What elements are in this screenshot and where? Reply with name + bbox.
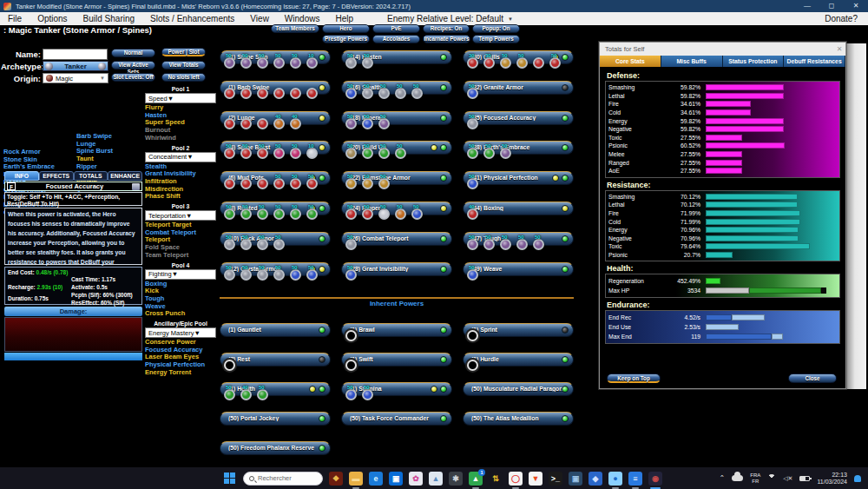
power-row-quills[interactable]: (30) Quills3030505050 (463, 50, 574, 64)
enhancement-slot[interactable] (224, 118, 235, 129)
power-row-brimstone-armor[interactable]: (22) Brimstone Armor501050 (341, 171, 452, 185)
clock[interactable]: 22:1311/03/2024 (817, 472, 847, 486)
enhancement-slot[interactable]: 50 (345, 389, 357, 400)
enhancement-slot[interactable]: 50 (411, 208, 423, 220)
enhancement-slot[interactable]: 50 (273, 178, 285, 189)
power-row-barb-swipe[interactable]: (1) Barb Swipe (220, 81, 331, 95)
enhancement-slot[interactable]: 50 (306, 178, 318, 189)
power-pill[interactable]: (1) Gauntlet (220, 323, 331, 337)
enhancement-slot[interactable] (273, 88, 285, 99)
power-pill[interactable]: (41) Physical Perfection (463, 171, 574, 185)
enhancement-slot[interactable]: 50 (362, 88, 373, 99)
power-pill[interactable]: (50) The Atlas Medallion (463, 412, 574, 426)
power-row-musculature-radial-paragon[interactable]: (50) Musculature Radial Paragon (463, 382, 574, 396)
menu-item-help[interactable]: Help (327, 12, 361, 25)
enhancement-slot[interactable]: 50 (516, 57, 528, 69)
archetype-selector[interactable]: Tanker (43, 61, 108, 71)
power-row-grant-invisibility[interactable]: (28) Grant Invisibility50 (341, 262, 452, 276)
power-list-item-cross-punch[interactable]: Cross Punch (145, 310, 216, 318)
enhancement-slot[interactable]: 50 (395, 208, 406, 220)
enhancement-slot[interactable]: 50 (467, 178, 478, 189)
enhancement-slot[interactable] (306, 88, 318, 99)
power-row-minerals[interactable]: (18) Minerals505050 (341, 111, 452, 125)
enhancement-slot[interactable]: 50 (290, 178, 301, 189)
header-button-popup-on[interactable]: Popup: On (472, 24, 520, 33)
enhancement-slot[interactable]: 50 (345, 208, 357, 220)
enhancement-slot[interactable]: 50 (516, 239, 528, 250)
power-pill[interactable]: (50) Portal Jockey (220, 412, 331, 426)
info-tab-effects[interactable]: EFFECTS (39, 171, 74, 181)
enhancement-slot[interactable]: 50 (345, 57, 357, 69)
archetype-next-icon[interactable] (98, 63, 106, 70)
power-row-stealth[interactable]: (16) Stealth5050505050 (341, 81, 452, 95)
enhancement-slot[interactable]: 50 (306, 208, 318, 220)
no-slots-left-button[interactable]: No slots left (161, 73, 206, 82)
battery-icon[interactable] (799, 476, 810, 481)
power-row-combat-teleport[interactable]: (26) Combat Teleport50 (341, 232, 452, 246)
power-list-item-energy-torrent[interactable]: Energy Torrent (145, 369, 216, 377)
settings-gear-icon[interactable]: ✱ (449, 472, 463, 486)
power-pill[interactable]: (44) Boxing (463, 202, 574, 215)
menu-item-view[interactable]: View (242, 12, 277, 25)
totals-tab-misc-buffs[interactable]: Misc Buffs (661, 56, 723, 67)
enhancement-slot[interactable]: 50 (240, 239, 252, 250)
enhancement-slot[interactable]: 50 (257, 239, 268, 250)
opera-icon[interactable]: ◯ (509, 472, 523, 486)
enhancement-slot[interactable]: 50 (290, 208, 301, 220)
info-tab-totals[interactable]: TOTALS (74, 171, 108, 181)
enhancement-slot[interactable]: 50 (224, 269, 235, 281)
enhancement-slot[interactable]: 50 (362, 389, 373, 400)
power-row-hurdle[interactable]: (1) Hurdle (463, 353, 574, 367)
info-tab-info[interactable]: INFO (4, 171, 39, 181)
enhancement-slot[interactable] (257, 88, 268, 99)
enhancement-slot[interactable]: 50 (224, 239, 235, 250)
keep-on-top-button[interactable]: Keep on Top (607, 373, 661, 383)
language-indicator[interactable]: FRAFR (750, 472, 760, 484)
enhancement-slot[interactable]: 50 (467, 239, 478, 250)
enhancement-slot[interactable] (240, 178, 252, 189)
enhancement-slot[interactable] (467, 360, 478, 371)
close-button[interactable]: ✕ (844, 0, 868, 12)
enhancement-slot[interactable] (224, 360, 235, 371)
enhancement-slot[interactable]: 40 (240, 389, 252, 400)
tray-chevron-icon[interactable]: ⌃ (720, 474, 726, 482)
gallery-icon[interactable]: ▲ (429, 472, 443, 486)
enhancement-slot[interactable]: 50 (273, 239, 285, 250)
enhancement-slot[interactable]: 50 (362, 148, 373, 159)
power-pill[interactable]: (35) Focused Accuracy (463, 111, 574, 125)
enhancement-slot[interactable]: 50 (467, 269, 478, 281)
network-arrows-icon[interactable]: ⇅ (489, 472, 503, 486)
header-button-accolades[interactable]: Accolades (372, 35, 420, 43)
power-row-mud-pots[interactable]: (6) Mud Pots505050 (220, 171, 331, 185)
totals-tab-core-stats[interactable]: Core Stats (600, 56, 661, 67)
enhancement-slot[interactable]: 50 (378, 178, 390, 189)
power-row-tough[interactable]: (47) Tough5050505050 (463, 232, 574, 246)
power-row-physical-perfection[interactable]: (41) Physical Perfection50 (463, 171, 574, 185)
enhancement-slot[interactable]: 50 (257, 389, 268, 400)
power-row-build-up[interactable]: (20) Build Up50505050 (341, 141, 452, 155)
enhancement-slot[interactable] (257, 118, 268, 129)
power-letter-button[interactable]: F (7, 182, 16, 190)
power-row-swift[interactable]: (1) Swift (341, 353, 452, 367)
notification-bell-icon[interactable] (854, 475, 861, 482)
menu-item-windows[interactable]: Windows (277, 12, 328, 25)
enhancement-slot[interactable]: 50 (257, 148, 268, 159)
powerset-dropdown[interactable]: Stone Armor▼ (3, 117, 74, 149)
enhancement-slot[interactable]: 50 (257, 57, 268, 69)
power-row-weave[interactable]: (49) Weave50 (463, 262, 574, 276)
terminal-icon[interactable]: >_ (549, 472, 562, 486)
powerset-dropdown[interactable]: Speed▼ (145, 93, 216, 103)
enhancement-slot[interactable]: 50 (345, 178, 357, 189)
enhancement-slot[interactable]: 50 (378, 88, 390, 99)
enhancement-slot[interactable]: 50 (378, 208, 390, 220)
enhancement-slot[interactable]: 50 (240, 57, 252, 69)
power-row-portal-jockey[interactable]: (50) Portal Jockey (220, 412, 331, 426)
enhancement-slot[interactable]: 50 (240, 148, 252, 159)
enhancement-slot[interactable]: 50 (395, 88, 406, 99)
menu-item-file[interactable]: File (0, 12, 30, 25)
maximize-button[interactable]: ◻ (819, 0, 844, 12)
power-row-crystal-armor[interactable]: (12) Crystal Armor505050505050 (220, 262, 331, 276)
power-list-item-phase-shift[interactable]: Phase Shift (145, 193, 216, 201)
power-row-rock-armor[interactable]: (10) Rock Armor50505050 (220, 232, 331, 246)
power-row-health[interactable]: (1) Health504050 (220, 382, 331, 396)
